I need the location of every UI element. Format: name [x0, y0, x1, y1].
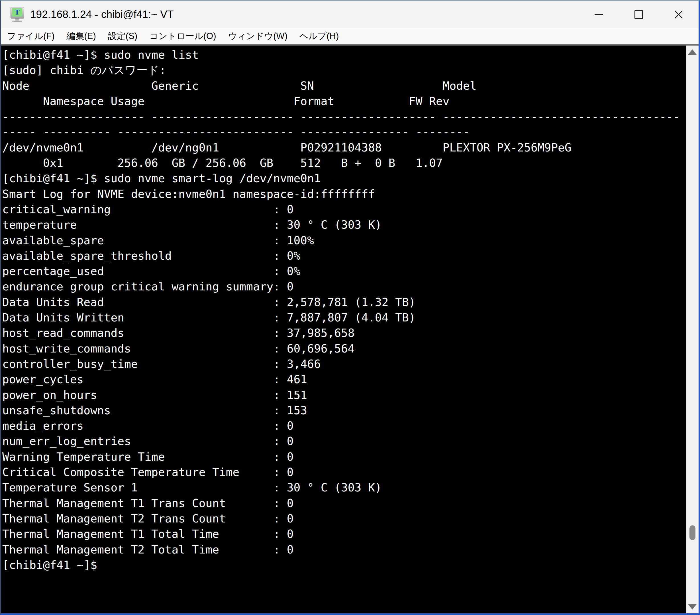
menu-item-window[interactable]: ウィンドウ(W): [222, 30, 294, 42]
title-bar: T 192.168.1.24 - chibi@f41:~ VT: [1, 1, 699, 28]
scroll-up-button[interactable]: [686, 46, 699, 59]
menu-item-file[interactable]: ファイル(F): [1, 30, 61, 42]
window-controls: [579, 1, 699, 28]
scroll-down-icon: [688, 604, 697, 610]
app-icon-screen: T: [12, 8, 22, 16]
tera-term-window: T 192.168.1.24 - chibi@f41:~ VT ファイル(F) …: [0, 0, 700, 615]
scroll-thumb[interactable]: [689, 525, 696, 540]
menu-item-help[interactable]: ヘルプ(H): [293, 30, 345, 42]
app-icon-stand: [15, 18, 19, 21]
minimize-icon: [595, 14, 603, 15]
menu-bar: ファイル(F) 編集(E) 設定(S) コントロール(O) ウィンドウ(W) ヘ…: [1, 28, 699, 46]
terminal-output: [chibi@f41 ~]$ sudo nvme list [sudo] chi…: [1, 46, 699, 573]
menu-item-setup[interactable]: 設定(S): [102, 30, 143, 42]
menu-item-edit[interactable]: 編集(E): [61, 30, 102, 42]
window-title: 192.168.1.24 - chibi@f41:~ VT: [30, 9, 174, 21]
minimize-button[interactable]: [579, 1, 619, 28]
close-icon: [674, 10, 683, 19]
scroll-down-button[interactable]: [686, 601, 699, 613]
maximize-icon: [635, 10, 643, 19]
close-button[interactable]: [659, 1, 699, 28]
menu-item-control[interactable]: コントロール(O): [143, 30, 222, 42]
app-icon-base: [12, 21, 22, 22]
scrollbar[interactable]: [686, 46, 699, 613]
app-icon[interactable]: T: [10, 7, 26, 23]
maximize-button[interactable]: [619, 1, 659, 28]
terminal-screen[interactable]: [chibi@f41 ~]$ sudo nvme list [sudo] chi…: [1, 46, 699, 613]
scroll-up-icon: [688, 49, 697, 55]
